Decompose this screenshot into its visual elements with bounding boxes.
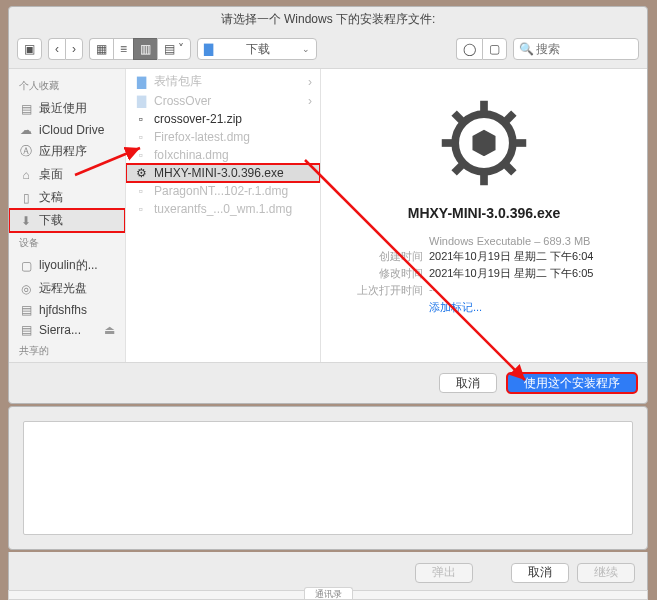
- sidebar-item-recent[interactable]: ▤最近使用: [9, 97, 125, 120]
- dialog-footer: 取消 使用这个安装程序: [9, 362, 647, 403]
- section-shared: 共享的: [9, 340, 125, 362]
- app-icon: Ⓐ: [19, 143, 33, 160]
- sidebar-toggle-button[interactable]: ▣: [17, 38, 42, 60]
- sidebar-item-computer[interactable]: ▢liyoulin的...: [9, 254, 125, 277]
- folder-icon: ▇: [134, 75, 148, 89]
- file-name: MHXY-MINI-3.0.396.exe: [154, 166, 284, 180]
- preview-details: Windows Executable – 689.3 MB 创建时间2021年1…: [333, 235, 635, 315]
- file-name: Firefox-latest.dmg: [154, 130, 250, 144]
- sidebar-item-label: 应用程序: [39, 143, 87, 160]
- preview-filename: MHXY-MINI-3.0.396.exe: [333, 205, 635, 221]
- file-row[interactable]: ▫tuxerantfs_...0_wm.1.dmg: [126, 200, 320, 218]
- clock-icon: ▤: [19, 102, 33, 116]
- dmg-icon: ▫: [134, 184, 148, 198]
- svg-rect-2: [480, 172, 488, 185]
- svg-rect-3: [442, 139, 455, 147]
- background-panel: [8, 406, 648, 550]
- view-column-button[interactable]: ▥: [133, 38, 157, 60]
- zip-icon: ▫: [134, 112, 148, 126]
- body: 个人收藏 ▤最近使用 ☁iCloud Drive Ⓐ应用程序 ⌂桌面 ▯文稿 ⬇…: [9, 69, 647, 362]
- doc-icon: ▯: [19, 191, 33, 205]
- gear-icon: [436, 95, 532, 191]
- add-tags-link[interactable]: 添加标记...: [429, 300, 482, 315]
- dialog-title: 请选择一个 Windows 下的安装程序文件:: [9, 7, 647, 34]
- sidebar-icon: ▣: [24, 42, 35, 56]
- grid-icon: ▦: [96, 42, 107, 56]
- preview-icon: [333, 95, 635, 191]
- kv-lastopened: 上次打开时间--: [333, 283, 635, 298]
- right-segment: ◯ ▢: [456, 38, 507, 60]
- file-name: tuxerantfs_...0_wm.1.dmg: [154, 202, 292, 216]
- file-row[interactable]: ▫crossover-21.zip: [126, 110, 320, 128]
- continue-button[interactable]: 继续: [577, 563, 635, 583]
- dmg-icon: ▫: [134, 130, 148, 144]
- desktop-icon: ⌂: [19, 168, 33, 182]
- path-label: 下载: [246, 41, 270, 58]
- disc-icon: ◎: [19, 282, 33, 296]
- nav-segment: ‹ ›: [48, 38, 83, 60]
- section-devices: 设备: [9, 232, 125, 254]
- sidebar-item-documents[interactable]: ▯文稿: [9, 186, 125, 209]
- chevron-left-icon: ‹: [55, 42, 59, 56]
- file-row-selected[interactable]: ⚙MHXY-MINI-3.0.396.exe: [126, 164, 320, 182]
- svg-marker-9: [472, 129, 497, 158]
- file-open-dialog: 请选择一个 Windows 下的安装程序文件: ▣ ‹ › ▦ ≡ ▥ ▤ ˅ …: [8, 6, 648, 404]
- sidebar-item-label: Sierra...: [39, 323, 81, 337]
- path-selector[interactable]: ▇ 下载 ⌄: [197, 38, 317, 60]
- file-name: foIxchina.dmg: [154, 148, 229, 162]
- sidebar-item-icloud[interactable]: ☁iCloud Drive: [9, 120, 125, 140]
- sidebar-item-apps[interactable]: Ⓐ应用程序: [9, 140, 125, 163]
- newfolder-icon: ▢: [489, 42, 500, 56]
- gallery-icon: ▤ ˅: [164, 42, 184, 56]
- kv-tags: 添加标记...: [333, 300, 635, 315]
- newfolder-button[interactable]: ▢: [482, 38, 507, 60]
- file-row[interactable]: ▇表情包库›: [126, 71, 320, 92]
- view-list-button[interactable]: ≡: [113, 38, 133, 60]
- sidebar-item-label: 桌面: [39, 166, 63, 183]
- folder-icon: ▇: [134, 94, 148, 108]
- computer-icon: ▢: [19, 259, 33, 273]
- section-favorites: 个人收藏: [9, 75, 125, 97]
- file-row[interactable]: ▫foIxchina.dmg: [126, 146, 320, 164]
- dmg-icon: ▫: [134, 148, 148, 162]
- sidebar: 个人收藏 ▤最近使用 ☁iCloud Drive Ⓐ应用程序 ⌂桌面 ▯文稿 ⬇…: [9, 69, 126, 362]
- search-field[interactable]: 🔍: [513, 38, 639, 60]
- svg-rect-1: [480, 101, 488, 114]
- kv-modified: 修改时间2021年10月19日 星期二 下午6:05: [333, 266, 635, 281]
- svg-rect-4: [513, 139, 526, 147]
- eject-button[interactable]: 弹出: [415, 563, 473, 583]
- confirm-button[interactable]: 使用这个安装程序: [507, 373, 637, 393]
- tag-icon: ◯: [463, 42, 476, 56]
- cloud-icon: ☁: [19, 123, 33, 137]
- tab-contacts[interactable]: 通讯录: [304, 587, 353, 599]
- sidebar-item-drive2[interactable]: ▤Sierra...⏏: [9, 320, 125, 340]
- sidebar-item-drive1[interactable]: ▤hjfdshfhs: [9, 300, 125, 320]
- back-button[interactable]: ‹: [48, 38, 65, 60]
- cancel-button[interactable]: 取消: [439, 373, 497, 393]
- sidebar-item-label: 下载: [39, 212, 63, 229]
- eject-icon[interactable]: ⏏: [104, 323, 115, 337]
- dropdown-icon: ⌄: [302, 44, 310, 54]
- sidebar-item-label: 文稿: [39, 189, 63, 206]
- sidebar-item-downloads[interactable]: ⬇下载: [9, 209, 125, 232]
- file-row[interactable]: ▫Firefox-latest.dmg: [126, 128, 320, 146]
- sidebar-item-label: 远程光盘: [39, 280, 87, 297]
- chevron-right-icon: ›: [72, 42, 76, 56]
- tag-button[interactable]: ◯: [456, 38, 482, 60]
- view-icon-button[interactable]: ▦: [89, 38, 113, 60]
- preview-pane: MHXY-MINI-3.0.396.exe Windows Executable…: [321, 69, 647, 362]
- download-icon: ⬇: [19, 214, 33, 228]
- file-row[interactable]: ▇CrossOver›: [126, 92, 320, 110]
- exe-icon: ⚙: [134, 166, 148, 180]
- file-row[interactable]: ▫ParagonNT...102-r.1.dmg: [126, 182, 320, 200]
- sidebar-item-label: hjfdshfhs: [39, 303, 87, 317]
- sidebar-item-desktop[interactable]: ⌂桌面: [9, 163, 125, 186]
- search-icon: 🔍: [519, 42, 534, 56]
- chevron-right-icon: ›: [308, 75, 312, 89]
- cancel2-button[interactable]: 取消: [511, 563, 569, 583]
- file-column: ▇表情包库› ▇CrossOver› ▫crossover-21.zip ▫Fi…: [126, 69, 321, 362]
- sidebar-item-remote-disc[interactable]: ◎远程光盘: [9, 277, 125, 300]
- forward-button[interactable]: ›: [65, 38, 83, 60]
- view-gallery-button[interactable]: ▤ ˅: [157, 38, 191, 60]
- toolbar: ▣ ‹ › ▦ ≡ ▥ ▤ ˅ ▇ 下载 ⌄ ◯ ▢ 🔍: [9, 34, 647, 69]
